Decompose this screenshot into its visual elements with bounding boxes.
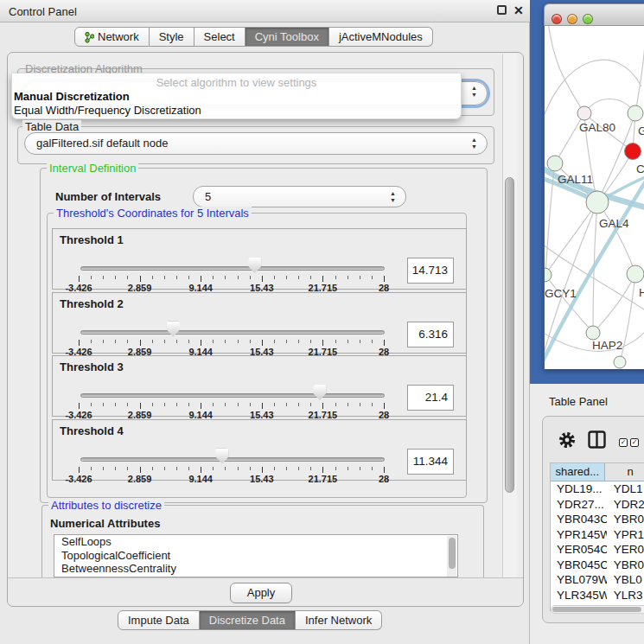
column-header-1[interactable]: shared... <box>551 463 605 481</box>
close-icon[interactable]: ✕ <box>513 3 524 17</box>
attribute-item[interactable]: TopologicalCoefficient <box>54 549 457 563</box>
gear-icon[interactable] <box>558 430 577 450</box>
threshold-4-slider-track[interactable] <box>80 457 385 462</box>
tab-select[interactable]: Select <box>194 27 245 47</box>
control-panel-titlebar: Control Panel ✕ <box>0 0 530 22</box>
num-intervals-spinner[interactable]: 5 ▲▼ <box>193 186 406 207</box>
node-table[interactable]: shared...n YDL19...YDL1YDR27...YDR2YBR04… <box>550 462 644 611</box>
threshold-4-label: Threshold 4 <box>60 424 124 437</box>
float-window-icon[interactable] <box>497 5 507 15</box>
tick-label: 21.715 <box>309 474 338 484</box>
threshold-2-box: Threshold 2-3.4262.8599.14415.4321.71528… <box>52 292 467 354</box>
top-tab-bar: NetworkStyleSelectCyni ToolboxjActiveMNo… <box>74 27 433 47</box>
split-columns-icon[interactable] <box>588 430 606 449</box>
table-cell[interactable]: YBL0 <box>607 572 644 588</box>
threshold-3-slider-track[interactable] <box>80 393 385 398</box>
network-node[interactable] <box>547 156 563 171</box>
network-edge[interactable] <box>597 202 635 274</box>
column-header-2[interactable]: n <box>605 463 644 481</box>
table-cell[interactable]: YBR045C <box>551 558 607 573</box>
table-data-selected-value: galFiltered.sif default node <box>36 137 168 150</box>
table-row[interactable]: YPR145WYPR1 <box>551 527 644 543</box>
tab-label: jActiveMNodules <box>339 28 423 46</box>
network-node[interactable] <box>577 106 591 120</box>
table-data-group-label: Table Data <box>22 120 81 133</box>
tab-network[interactable]: Network <box>74 27 150 47</box>
table-cell[interactable]: YBL079W <box>551 572 607 588</box>
minimize-traffic-light[interactable] <box>567 14 577 24</box>
attributes-scrollbar[interactable] <box>447 536 456 577</box>
table-row[interactable]: YBR045CYBR0 <box>551 558 644 573</box>
table-cell[interactable]: YDL1 <box>607 481 644 497</box>
threshold-2-slider-track[interactable] <box>80 330 385 335</box>
table-row[interactable]: YLR345WYLR3 <box>551 588 644 603</box>
numerical-attributes-list[interactable]: SelfLoopsTopologicalCoefficientBetweenne… <box>54 534 458 577</box>
combo-arrows-icon: ▲▼ <box>470 137 478 150</box>
network-edge[interactable] <box>545 60 641 130</box>
checkboxes-icon[interactable]: ✓✓ <box>619 434 641 447</box>
dropdown-item-2[interactable]: Equal Width/Frequency Discretization <box>14 104 201 117</box>
table-cell[interactable]: YBR0 <box>607 512 644 527</box>
attribute-item[interactable]: SelfLoops <box>54 535 457 549</box>
table-cell[interactable]: YDL19... <box>551 481 607 497</box>
bottom-tab-infer-network[interactable]: Infer Network <box>296 610 382 630</box>
network-node[interactable] <box>625 143 641 160</box>
table-cell[interactable]: YLR345W <box>551 588 607 603</box>
tab-cyni-toolbox[interactable]: Cyni Toolbox <box>245 27 329 47</box>
threshold-3-value-field[interactable]: 21.4 <box>407 385 454 411</box>
bottom-tab-impute-data[interactable]: Impute Data <box>118 610 200 630</box>
table-row[interactable]: YDR27...YDR2 <box>551 497 644 513</box>
network-canvas[interactable]: GAL80GACGAL11GAL4GCY1HHAP2 <box>545 26 644 369</box>
table-cell[interactable]: YBR0 <box>607 558 644 573</box>
num-intervals-label: Number of Intervals <box>55 190 161 203</box>
attribute-item[interactable]: BetweennessCentrality <box>54 562 457 576</box>
network-node[interactable] <box>545 268 552 282</box>
threshold-3-slider-thumb[interactable] <box>313 385 326 400</box>
threshold-2-value-field[interactable]: 6.316 <box>407 322 454 348</box>
table-cell[interactable]: YER0 <box>607 542 644 558</box>
table-cell[interactable]: YBR043C <box>551 512 607 527</box>
table-horizontal-scrollbar[interactable] <box>551 605 644 614</box>
table-row[interactable]: YER054CYER0 <box>551 542 644 558</box>
network-edge[interactable] <box>548 26 584 113</box>
threshold-1-slider-track[interactable] <box>80 266 385 271</box>
table-cell[interactable]: YLR3 <box>607 588 644 603</box>
threshold-4-value-field[interactable]: 11.344 <box>407 449 454 475</box>
table-cell[interactable]: YPR1 <box>607 527 644 543</box>
tick-label: -3.426 <box>65 474 92 484</box>
table-cell[interactable]: YPR145W <box>551 527 607 543</box>
table-cell[interactable]: YDR27... <box>551 497 607 513</box>
zoom-traffic-light[interactable] <box>583 14 593 24</box>
threshold-1-value-field[interactable]: 14.713 <box>407 258 454 284</box>
bottom-tab-label: Discretize Data <box>209 611 285 629</box>
table-cell[interactable]: YER054C <box>551 542 607 558</box>
network-window-titlebar[interactable] <box>544 3 644 26</box>
bottom-tab-discretize-data[interactable]: Discretize Data <box>200 610 296 630</box>
attributes-group-label: Attributes to discretize <box>48 499 164 512</box>
table-row[interactable]: YDL19...YDL1 <box>551 481 644 497</box>
tab-jactivemnodules[interactable]: jActiveMNodules <box>329 27 433 47</box>
tab-label: Style <box>159 28 184 46</box>
table-row[interactable]: YBL079WYBL0 <box>551 572 644 588</box>
thresholds-group-label: Threshold's Coordinates for 5 Intervals <box>54 207 252 220</box>
main-scrollbar-thumb[interactable] <box>505 177 514 493</box>
combo-arrows-icon: ▲▼ <box>470 85 478 99</box>
network-node[interactable] <box>628 105 643 121</box>
table-cell[interactable]: YDR2 <box>607 497 644 513</box>
network-edge[interactable] <box>593 274 635 333</box>
network-node[interactable] <box>586 191 609 214</box>
node-label: C <box>636 163 644 175</box>
tick-label: 15.43 <box>250 474 274 484</box>
tab-style[interactable]: Style <box>150 27 194 47</box>
apply-button[interactable]: Apply <box>230 583 292 603</box>
close-traffic-light[interactable] <box>552 14 562 24</box>
dropdown-item-1[interactable]: Manual Discretization <box>14 90 130 103</box>
network-node[interactable] <box>627 265 644 283</box>
table-row[interactable]: YBR043CYBR0 <box>551 512 644 527</box>
threshold-4-slider-thumb[interactable] <box>215 449 228 464</box>
threshold-1-slider-thumb[interactable] <box>248 258 261 273</box>
network-node[interactable] <box>586 326 600 340</box>
network-node[interactable] <box>614 356 626 368</box>
table-data-combobox[interactable]: galFiltered.sif default node ▲▼ <box>24 132 488 155</box>
threshold-2-slider-thumb[interactable] <box>167 322 180 337</box>
